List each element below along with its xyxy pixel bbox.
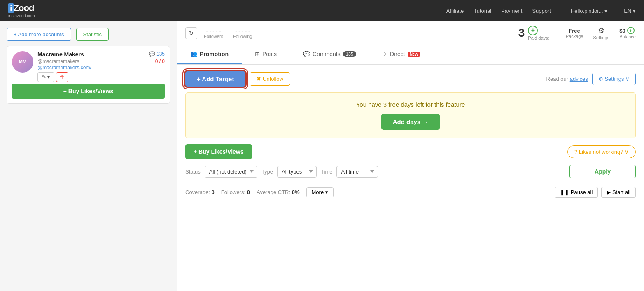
following-value: - - - - - [235, 28, 250, 34]
edit-button[interactable]: ✎ ▾ [37, 72, 54, 82]
account-name: Macrame Makers [37, 51, 145, 58]
nav-payment[interactable]: Payment [501, 8, 522, 14]
delete-button[interactable]: 🗑 [56, 72, 68, 82]
bottom-right: ❚❚ Pause all ▶ Start all [555, 187, 636, 198]
nav-tutorial[interactable]: Tutorial [474, 8, 491, 14]
refresh-button[interactable]: ↻ [185, 27, 197, 39]
account-handle: @macramemakers [37, 59, 145, 64]
free-days-text: You have 3 free days left for this featu… [194, 101, 627, 108]
add-days-button[interactable]: Add days → [381, 114, 440, 130]
tab-posts[interactable]: ⊞ Posts [242, 45, 290, 64]
followers-label: Followers [204, 34, 223, 39]
bottom-row: Coverage: 0 Followers: 0 Average CTR: 0%… [185, 184, 636, 199]
paid-days-info: 3 [518, 26, 525, 40]
settings-info[interactable]: ⚙ Settings [593, 26, 609, 40]
nav-affiliate[interactable]: Affiliate [446, 8, 464, 14]
followers-stat: - - - - - Followers [204, 28, 223, 39]
package-label: Package [566, 34, 583, 39]
package-value: Free [566, 28, 583, 34]
refresh-icon: ↻ [189, 30, 194, 36]
statistic-button[interactable]: Statistic [76, 28, 109, 41]
chevron-down-icon: ▾ [325, 189, 328, 195]
tab-content-promotion: + Add Target ✖ Unfollow Read our advices… [177, 65, 644, 291]
comments-badge: 135 [343, 51, 356, 57]
more-button[interactable]: More ▾ [306, 187, 334, 197]
content-topbar: ↻ - - - - - Followers - - - - - Followin… [177, 21, 644, 45]
free-days-banner: You have 3 free days left for this featu… [185, 92, 636, 138]
direct-icon: ✈ [383, 51, 387, 57]
type-label: Type [261, 169, 273, 175]
settings-label: Settings [593, 35, 609, 40]
action-row: + Add Target ✖ Unfollow Read our advices… [185, 71, 636, 87]
top-navigation: iZood instazood.com Affiliate Tutorial P… [0, 0, 644, 21]
status-select[interactable]: All (not deleted)ActivePausedDeleted [205, 166, 257, 178]
account-info: Macrame Makers @macramemakers @macramema… [37, 51, 145, 82]
language-selector[interactable]: EN ▾ [624, 8, 636, 14]
tab-direct[interactable]: ✈ Direct New [369, 45, 433, 64]
new-badge: New [408, 52, 420, 57]
account-card-top: MM Macrame Makers @macramemakers @macram… [12, 51, 165, 82]
tab-bar: 👥 Promotion ⊞ Posts 💬 Comments 135 ✈ Dir… [177, 45, 644, 65]
filter-row: Status All (not deleted)ActivePausedDele… [185, 165, 636, 178]
account-card: MM Macrame Makers @macramemakers @macram… [7, 46, 170, 104]
start-all-button[interactable]: ▶ Start all [601, 187, 636, 198]
trash-icon: 🗑 [60, 74, 65, 80]
avg-ctr-text: Average CTR: 0% [257, 189, 300, 195]
package-info: Free Package [566, 28, 583, 39]
nav-links: Affiliate Tutorial Payment Support Hello… [446, 8, 636, 14]
domain-label: instazood.com [8, 14, 35, 18]
following-stat: - - - - - Following [233, 28, 252, 39]
stats-group: - - - - - Followers - - - - - Following [204, 28, 252, 39]
advices-link[interactable]: advices [570, 76, 588, 82]
following-label: Following [233, 34, 252, 39]
type-select[interactable]: All typesHashtagLocationUsername [277, 166, 317, 178]
gear-icon: ⚙ [593, 26, 609, 35]
account-edit-buttons: ✎ ▾ 🗑 [37, 72, 145, 82]
paid-days-number: 3 [518, 26, 525, 39]
followers-value: - - - - - [206, 28, 221, 34]
account-link[interactable]: @macramemakers.com/ [37, 65, 91, 70]
add-balance-button[interactable]: + [627, 27, 635, 34]
balance-add: $0 + [619, 27, 636, 34]
read-advices-text: Read our advices [546, 76, 588, 82]
nav-support[interactable]: Support [532, 8, 551, 14]
buy-likes-main-button[interactable]: + Buy Likes/Views [185, 144, 252, 159]
status-label: Status [185, 169, 201, 175]
add-paid-days-button[interactable]: + [528, 26, 538, 35]
paid-days-section: 3 + Paid days: [515, 26, 549, 40]
time-select[interactable]: All timeTodayThis weekThis month [336, 166, 378, 178]
pause-all-button[interactable]: ❚❚ Pause all [555, 187, 598, 198]
add-target-button[interactable]: + Add Target [185, 71, 245, 87]
balance-label: Balance [619, 34, 636, 39]
balance-info: $0 + Balance [619, 27, 636, 39]
action-right: Read our advices ⚙ Settings ∨ [546, 73, 636, 85]
add-accounts-button[interactable]: + Add more accounts [7, 28, 71, 41]
unfollow-button[interactable]: ✖ Unfollow [250, 72, 290, 86]
content-area: ↻ - - - - - Followers - - - - - Followin… [177, 21, 644, 291]
coverage-text: Coverage: 0 [185, 189, 215, 195]
balance-value: $0 [619, 28, 625, 34]
apply-button[interactable]: Apply [569, 165, 636, 178]
buy-likes-row: + Buy Likes/Views ? Likes not working? ∨ [185, 144, 636, 159]
sidebar: + Add more accounts Statistic MM Macrame… [0, 21, 177, 291]
logo: iZood instazood.com [8, 3, 35, 18]
sidebar-actions: + Add more accounts Statistic [7, 28, 170, 41]
buy-likes-sidebar-button[interactable]: + Buy Likes/Views [12, 84, 165, 99]
promotion-icon: 👥 [190, 51, 197, 57]
tab-comments[interactable]: 💬 Comments 135 [290, 45, 369, 64]
account-actions-right: 💬 135 0 / 0 [149, 51, 165, 64]
ratio-badge: 0 / 0 [155, 59, 165, 64]
tab-promotion[interactable]: 👥 Promotion [177, 45, 242, 64]
messages-badge[interactable]: 💬 135 [149, 51, 165, 57]
action-left: + Add Target ✖ Unfollow [185, 71, 290, 87]
posts-icon: ⊞ [255, 51, 260, 57]
avatar: MM [12, 51, 33, 73]
settings-button[interactable]: ⚙ Settings ∨ [592, 73, 636, 85]
topbar-right: Free Package ⚙ Settings $0 + Balance [566, 26, 636, 40]
time-label: Time [321, 169, 332, 175]
user-menu[interactable]: Hello.pin.lor... ▾ [571, 8, 607, 14]
edit-icon: ✎ [42, 74, 46, 80]
likes-not-working-button[interactable]: ? Likes not working? ∨ [567, 146, 636, 158]
comments-icon: 💬 [303, 51, 310, 57]
main-layout: + Add more accounts Statistic MM Macrame… [0, 21, 644, 291]
